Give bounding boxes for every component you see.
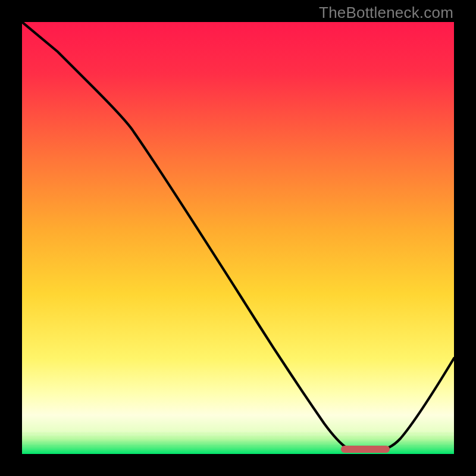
gradient-background (22, 22, 454, 454)
chart-frame: TheBottleneck.com (0, 0, 476, 476)
optimal-marker (341, 446, 390, 453)
chart-svg (22, 22, 454, 454)
plot-area (22, 22, 454, 454)
watermark-text: TheBottleneck.com (319, 4, 453, 22)
